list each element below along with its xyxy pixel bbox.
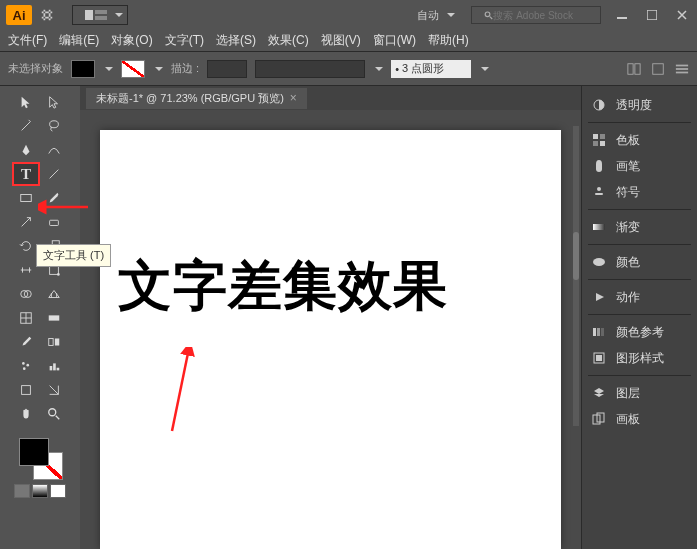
type-tool-tooltip: 文字工具 (T) [36, 244, 111, 267]
fill-color[interactable] [19, 438, 49, 466]
transform-icon[interactable] [651, 62, 665, 76]
chevron-down-icon[interactable] [155, 65, 163, 73]
vertical-scrollbar[interactable] [573, 126, 579, 426]
stock-search[interactable] [471, 6, 601, 24]
selection-status: 未选择对象 [8, 61, 63, 76]
color-mode-gradient[interactable] [32, 484, 48, 498]
blend-tool[interactable] [40, 330, 68, 354]
panel-symbols[interactable]: 符号 [582, 179, 697, 205]
panel-layers[interactable]: 图层 [582, 380, 697, 406]
zoom-tool[interactable] [40, 402, 68, 426]
line-tool[interactable] [40, 162, 68, 186]
svg-rect-39 [593, 224, 605, 230]
chevron-down-icon[interactable] [375, 65, 383, 73]
svg-point-19 [57, 273, 60, 276]
slice-tool[interactable] [40, 378, 68, 402]
menu-view[interactable]: 视图(V) [321, 32, 361, 49]
svg-rect-41 [593, 328, 596, 336]
menu-help[interactable]: 帮助(H) [428, 32, 469, 49]
type-tool[interactable]: T [12, 162, 40, 186]
workspace-switcher[interactable] [72, 5, 128, 25]
shaper-tool[interactable] [12, 210, 40, 234]
svg-point-3 [485, 11, 490, 16]
curvature-tool[interactable] [40, 138, 68, 162]
options-icon[interactable] [675, 62, 689, 76]
svg-rect-2 [95, 16, 107, 20]
document-tab[interactable]: 未标题-1* @ 71.23% (RGB/GPU 预览) × [86, 88, 307, 109]
symbol-sprayer-tool[interactable] [12, 354, 40, 378]
svg-rect-30 [53, 363, 56, 370]
panel-transparency[interactable]: 透明度 [582, 92, 697, 118]
chevron-down-icon[interactable] [447, 11, 455, 19]
scrollbar-thumb[interactable] [573, 232, 579, 280]
svg-rect-43 [601, 328, 604, 336]
panel-color[interactable]: 颜色 [582, 249, 697, 275]
stock-search-input[interactable] [493, 10, 596, 21]
panel-artboards[interactable]: 画板 [582, 406, 697, 432]
rectangle-tool[interactable] [12, 186, 40, 210]
close-button[interactable] [665, 6, 691, 24]
stroke-profile-input[interactable] [255, 60, 365, 78]
panel-dock: 透明度 色板 画笔 符号 渐变 颜色 动作 颜色参考 图形样式 图层 画板 [581, 86, 697, 549]
shape-builder-tool[interactable] [12, 282, 40, 306]
panel-brushes[interactable]: 画笔 [582, 153, 697, 179]
eyedropper-tool[interactable] [12, 330, 40, 354]
svg-rect-14 [50, 220, 59, 225]
svg-rect-9 [676, 64, 688, 66]
panel-colorguide[interactable]: 颜色参考 [582, 319, 697, 345]
artboard-tool[interactable] [12, 378, 40, 402]
svg-rect-0 [85, 10, 93, 20]
sync-label: 自动 [417, 8, 439, 23]
svg-rect-45 [596, 355, 602, 361]
close-tab-icon[interactable]: × [290, 91, 297, 105]
direct-selection-tool[interactable] [40, 90, 68, 114]
color-mode-none[interactable] [50, 484, 66, 498]
stroke-swatch[interactable] [121, 60, 145, 78]
chevron-down-icon[interactable] [105, 65, 113, 73]
brush-preset[interactable]: • 3 点圆形 [391, 60, 471, 78]
selection-tool[interactable] [12, 90, 40, 114]
bridge-icon[interactable] [40, 8, 54, 22]
menu-type[interactable]: 文字(T) [165, 32, 204, 49]
fill-swatch[interactable] [71, 60, 95, 78]
menu-window[interactable]: 窗口(W) [373, 32, 416, 49]
minimize-button[interactable] [605, 6, 631, 24]
search-icon [484, 10, 493, 21]
menu-object[interactable]: 对象(O) [111, 32, 152, 49]
align-icon[interactable] [627, 62, 641, 76]
svg-point-28 [23, 367, 26, 370]
color-picker[interactable] [15, 436, 65, 482]
svg-rect-42 [597, 328, 600, 336]
hand-tool[interactable] [12, 402, 40, 426]
magic-wand-tool[interactable] [12, 114, 40, 138]
panel-actions[interactable]: 动作 [582, 284, 697, 310]
maximize-button[interactable] [635, 6, 661, 24]
lasso-tool[interactable] [40, 114, 68, 138]
menu-file[interactable]: 文件(F) [8, 32, 47, 49]
svg-rect-7 [635, 63, 640, 74]
perspective-grid-tool[interactable] [40, 282, 68, 306]
gradient-tool[interactable] [40, 306, 68, 330]
menu-effect[interactable]: 效果(C) [268, 32, 309, 49]
panel-styles[interactable]: 图形样式 [582, 345, 697, 371]
svg-rect-36 [600, 134, 605, 139]
menu-select[interactable]: 选择(S) [216, 32, 256, 49]
stroke-weight-input[interactable] [207, 60, 247, 78]
menu-edit[interactable]: 编辑(E) [59, 32, 99, 49]
color-mode-solid[interactable] [14, 484, 30, 498]
panel-gradient[interactable]: 渐变 [582, 214, 697, 240]
chevron-down-icon[interactable] [481, 65, 489, 73]
artboard[interactable]: 文字差集效果 [100, 130, 561, 549]
canvas-text-object[interactable]: 文字差集效果 [118, 250, 448, 323]
svg-rect-8 [653, 63, 664, 74]
svg-point-40 [593, 258, 605, 266]
document-tab-title: 未标题-1* @ 71.23% (RGB/GPU 预览) [96, 91, 284, 106]
column-graph-tool[interactable] [40, 354, 68, 378]
pen-tool[interactable] [12, 138, 40, 162]
svg-point-27 [26, 364, 29, 367]
stroke-label: 描边 : [171, 61, 199, 76]
panel-swatches[interactable]: 色板 [582, 127, 697, 153]
annotation-arrow-1 [38, 198, 92, 216]
mesh-tool[interactable] [12, 306, 40, 330]
annotation-arrow-2 [160, 347, 200, 437]
